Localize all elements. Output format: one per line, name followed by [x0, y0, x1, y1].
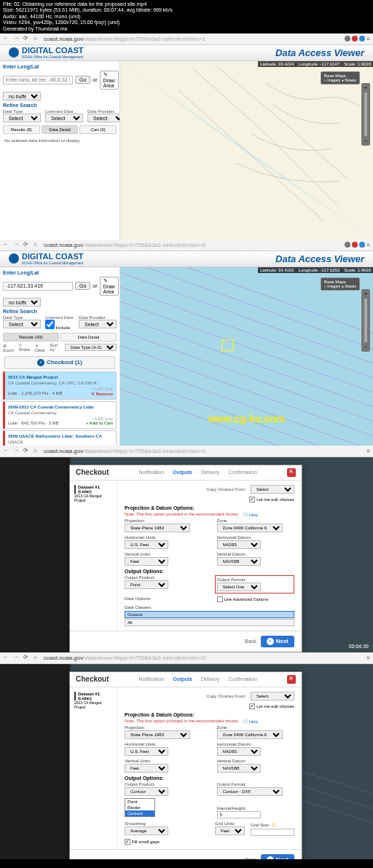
menu-icon[interactable]: ≡ [366, 36, 370, 42]
next-button[interactable]: ›Next [261, 636, 294, 647]
close-button[interactable]: ✕ [287, 468, 296, 477]
menu-icon[interactable]: ≡ [366, 448, 370, 454]
checkout-button[interactable]: ›Checkout (1) [4, 356, 115, 369]
ext-icon-3[interactable] [359, 242, 365, 248]
clear-tool[interactable]: ✕ Clear [35, 343, 46, 352]
zone-select[interactable]: Zone 0406 California 6 [217, 524, 283, 532]
draw-area-button[interactable]: ✎ Draw Area [100, 71, 119, 90]
back-icon[interactable]: ← [3, 654, 10, 661]
tab-detail[interactable]: Data Detail [42, 125, 79, 134]
vdatum-select[interactable]: NAVD88 [217, 557, 261, 566]
zoom-out-icon[interactable]: − [364, 138, 368, 144]
dd-raster[interactable]: Raster [125, 805, 154, 810]
ofmt-select[interactable]: Contour - DXF [217, 787, 283, 796]
url-bar[interactable]: coast.noaa.gov/dataviewer/#app=b755&bda3… [44, 448, 338, 454]
tab-results[interactable]: Results (8) [3, 125, 40, 134]
map-canvas[interactable]: Latitude: 33.4224 Longitude: -117.6147 S… [120, 61, 373, 240]
vunits-select[interactable]: Feet [125, 557, 168, 566]
back-icon[interactable]: ← [3, 35, 10, 42]
forward-icon[interactable]: → [13, 654, 20, 661]
licensed-select[interactable]: Select [45, 114, 83, 122]
tab-outputs[interactable]: Outputs [173, 470, 192, 475]
back-icon[interactable]: ← [3, 447, 10, 454]
copy-select[interactable]: Select [251, 485, 294, 494]
back-button[interactable]: Back [245, 639, 256, 644]
zoom-control[interactable]: + − [361, 83, 370, 146]
home-icon[interactable]: ⌂ [34, 35, 41, 42]
help-link[interactable]: ⓘ Help [243, 512, 258, 518]
sort-select[interactable]: Data Type (A-Z) [65, 344, 117, 351]
tab-results[interactable]: Results (43) [3, 333, 59, 342]
zoom-tool[interactable]: ⊕ Zoom [3, 343, 15, 352]
map-canvas[interactable]: Latitude: 33.4192 Longitude: -117.6252 S… [120, 267, 373, 446]
basemap-control[interactable]: Base Maps ○ Imagery ● Streets [321, 277, 360, 291]
grid-select[interactable]: Feet [215, 826, 245, 835]
forward-icon[interactable]: → [13, 447, 20, 454]
include-checkbox[interactable] [45, 320, 55, 329]
edit-checkbox[interactable] [249, 703, 255, 709]
copy-select[interactable]: Select [251, 692, 294, 701]
data-type-select[interactable]: Select [3, 320, 41, 328]
forward-icon[interactable]: → [13, 35, 20, 42]
basemap-control[interactable]: Base Maps ○ Imagery ● Streets [321, 71, 360, 84]
smooth-select[interactable]: Average [125, 826, 168, 835]
reload-icon[interactable]: ⟳ [23, 654, 31, 661]
provider-select[interactable]: Select [79, 320, 117, 328]
menu-icon[interactable]: ≡ [366, 242, 370, 248]
menu-icon[interactable]: ≡ [366, 655, 370, 661]
home-icon[interactable]: ⌂ [34, 241, 41, 248]
vdatum-select[interactable]: NAVD88 [217, 764, 261, 773]
result-card[interactable]: 2009-2011 CA Coastal Conservancy Lidar C… [3, 401, 117, 429]
oprod-select[interactable]: Point [125, 580, 168, 589]
back-button[interactable]: Back [245, 857, 256, 859]
go-button[interactable]: Go [75, 76, 90, 84]
tab-notif[interactable]: Notification [139, 676, 165, 682]
hdatum-select[interactable]: NAD83 [217, 747, 261, 756]
proj-select[interactable]: State Plane 1983 [125, 524, 190, 532]
zoom-slider[interactable] [364, 299, 367, 342]
tab-confirm[interactable]: Confirmation [228, 676, 257, 682]
adv-checkbox[interactable] [217, 596, 223, 602]
reload-icon[interactable]: ⟳ [23, 241, 31, 248]
data-type-select[interactable]: Select [3, 114, 41, 122]
class-all[interactable]: All [125, 619, 294, 626]
url-bar[interactable]: coast.noaa.gov/dataviewer/#app=b755&bda3… [44, 36, 338, 42]
result-card[interactable]: 2009 USACE Bathymetric Lidar: Southern C… [3, 430, 117, 446]
tab-cart[interactable]: Cart (0) [79, 125, 117, 134]
fill-checkbox[interactable] [125, 839, 130, 845]
ext-icon-1[interactable] [345, 242, 350, 248]
ext-icon-2[interactable] [352, 36, 358, 42]
reload-icon[interactable]: ⟳ [23, 35, 31, 42]
reload-icon[interactable]: ⟳ [23, 447, 31, 454]
ofmt-select[interactable]: Select One [217, 583, 261, 591]
result-card[interactable]: 2013 CA Merged Project CA Coastal Conser… [3, 371, 117, 400]
hdatum-select[interactable]: NAD83 [217, 540, 261, 549]
share-tool[interactable]: ⎋ Share [19, 343, 31, 352]
zone-select[interactable]: Zone 0406 California 6 [217, 730, 283, 739]
gsize-input[interactable] [251, 829, 294, 836]
back-icon[interactable]: ← [3, 241, 10, 248]
home-icon[interactable]: ⌂ [34, 654, 41, 661]
ext-icon-3[interactable] [359, 36, 365, 42]
oprod-dropdown[interactable]: Point Raster Contour [125, 798, 155, 817]
url-bar[interactable]: coast.noaa.gov/dataviewer/#app=b755&bda3… [44, 655, 338, 661]
zoom-in-icon[interactable]: + [364, 291, 368, 297]
dd-contour[interactable]: Contour [125, 810, 154, 816]
ext-icon-1[interactable] [345, 36, 350, 42]
tab-confirm[interactable]: Confirmation [228, 470, 257, 475]
go-button[interactable]: Go [75, 282, 90, 290]
interval-input[interactable] [217, 811, 261, 818]
edit-checkbox[interactable] [249, 497, 255, 502]
coord-input[interactable] [3, 76, 73, 84]
tab-notif[interactable]: Notification [139, 470, 165, 475]
oprod-select[interactable]: Contour [125, 787, 168, 796]
provider-select[interactable]: Select [87, 114, 120, 122]
add-to-cart-button[interactable]: + Add to Cart [85, 421, 113, 425]
help-link[interactable]: ⓘ Help [243, 719, 258, 725]
ext-icon-2[interactable] [352, 242, 358, 248]
coord-input[interactable] [3, 282, 73, 291]
vunits-select[interactable]: Feet [125, 764, 168, 773]
hunits-select[interactable]: U.S. Feet [125, 747, 168, 756]
zoom-control[interactable]: + − [361, 289, 370, 352]
tab-delivery[interactable]: Delivery [201, 676, 219, 682]
